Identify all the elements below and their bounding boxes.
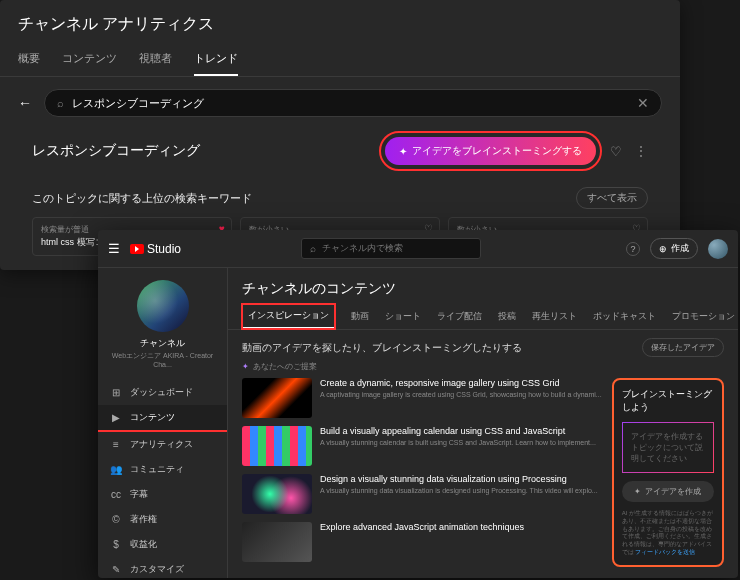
tab-podcasts[interactable]: ポッドキャスト [593,304,656,329]
dashboard-icon: ⊞ [110,387,122,398]
brainstorm-input[interactable]: アイデアを作成するトピックについて説明してください [622,422,714,473]
show-all-button[interactable]: すべて表示 [576,187,648,209]
idea-text: Build a visually appealing calendar usin… [320,426,596,466]
idea-title: Explore advanced JavaScript animation te… [320,522,524,533]
search-icon: ⌕ [310,243,316,254]
idea-item[interactable]: Explore advanced JavaScript animation te… [242,522,602,562]
content-icon: ▶ [110,412,122,423]
brainstorm-label: アイデアをブレインストーミングする [412,144,582,158]
sidebar-item-analytics[interactable]: ≡アナリティクス [98,432,227,457]
idea-desc: A captivating image gallery is created u… [320,391,602,399]
sidebar-item-subtitles[interactable]: cc字幕 [98,482,227,507]
brainstorm-panel-title: ブレインストーミングしよう [622,388,714,414]
studio-panel: ☰ Studio ⌕ チャンネル内で検索 ? ⊕ 作成 チャンネル Webエンジ… [98,230,738,578]
idea-desc: A visually stunning data visualization i… [320,487,598,495]
feedback-link[interactable]: フィードバックを送信 [635,549,695,555]
keywords-title: このトピックに関する上位の検索キーワード [32,191,252,206]
avatar[interactable] [708,239,728,259]
tab-content[interactable]: コンテンツ [62,43,117,76]
idea-item[interactable]: Design a visually stunning data visualiz… [242,474,602,514]
ideas-list: Create a dynamic, responsive image galle… [242,378,602,567]
sidebar-item-copyright[interactable]: ©著作権 [98,507,227,532]
sidebar-item-community[interactable]: 👥コミュニティ [98,457,227,482]
studio-logo[interactable]: Studio [130,242,181,256]
more-icon[interactable]: ⋮ [634,143,648,159]
idea-text: Design a visually stunning data visualiz… [320,474,598,514]
brainstorm-highlight: ✦ アイデアをブレインストーミングする [383,135,598,167]
idea-item[interactable]: Build a visually appealing calendar usin… [242,426,602,466]
sidebar: チャンネル Webエンジニア AKIRA - Creator Cha... ⊞ダ… [98,268,228,578]
tab-posts[interactable]: 投稿 [498,304,516,329]
ideas-area: Create a dynamic, responsive image galle… [228,378,738,567]
tab-promotions[interactable]: プロモーション [672,304,735,329]
main-content: チャンネルのコンテンツ インスピレーション 動画 ショート ライブ配信 投稿 再… [228,268,738,578]
sidebar-item-content[interactable]: ▶コンテンツ [98,405,227,432]
keywords-header: このトピックに関する上位の検索キーワード すべて表示 [0,177,680,217]
back-icon[interactable]: ← [18,95,32,111]
clear-icon[interactable]: ✕ [637,95,649,111]
page-title: チャンネルのコンテンツ [228,268,738,304]
channel-sub: Webエンジニア AKIRA - Creator Cha... [104,351,221,368]
favorite-icon[interactable]: ♡ [610,144,622,159]
tab-videos[interactable]: 動画 [351,304,369,329]
analytics-icon: ≡ [110,439,122,450]
menu-icon[interactable]: ☰ [108,241,120,256]
inspiration-subtitle-row: 動画のアイデアを探したり、ブレインストーミングしたりする 保存したアイデア [228,330,738,359]
tab-shorts[interactable]: ショート [385,304,421,329]
subtitles-icon: cc [110,489,122,500]
header-right: ? ⊕ 作成 [626,238,728,259]
create-idea-label: アイデアを作成 [645,486,701,497]
community-icon: 👥 [110,464,122,475]
channel-name: チャンネル [140,337,185,350]
tab-overview[interactable]: 概要 [18,43,40,76]
analytics-title: チャンネル アナリティクス [0,0,680,43]
idea-thumbnail [242,522,312,562]
sidebar-item-label: 収益化 [130,538,157,551]
studio-search-input[interactable]: ⌕ チャンネル内で検索 [301,238,481,259]
tab-trends[interactable]: トレンド [194,43,238,76]
youtube-icon [130,244,144,254]
sidebar-item-customize[interactable]: ✎カスタマイズ [98,557,227,578]
idea-thumbnail [242,378,312,418]
sidebar-item-dashboard[interactable]: ⊞ダッシュボード [98,380,227,405]
logo-text: Studio [147,242,181,256]
sparkle-icon: ✦ [634,487,641,496]
ai-disclaimer: AI が生成する情報にはばらつきがあり、不正確または不適切な場合もあります。ご自… [622,510,714,557]
channel-avatar [137,280,189,332]
topic-row: レスポンシブコーディング ✦ アイデアをブレインストーミングする ♡ ⋮ [0,127,680,177]
search-icon: ⌕ [57,97,64,109]
search-input[interactable]: ⌕ レスポンシブコーディング ✕ [44,89,662,117]
help-icon[interactable]: ? [626,242,640,256]
tab-playlists[interactable]: 再生リスト [532,304,577,329]
monetization-icon: $ [110,539,122,550]
idea-item[interactable]: Create a dynamic, responsive image galle… [242,378,602,418]
search-row: ← ⌕ レスポンシブコーディング ✕ [0,77,680,127]
idea-text: Explore advanced JavaScript animation te… [320,522,524,562]
saved-ideas-button[interactable]: 保存したアイデア [642,338,724,357]
create-icon: ⊕ [659,244,667,254]
studio-body: チャンネル Webエンジニア AKIRA - Creator Cha... ⊞ダ… [98,268,738,578]
create-button[interactable]: ⊕ 作成 [650,238,698,259]
tab-audience[interactable]: 視聴者 [139,43,172,76]
suggestions-row: ✦ あなたへのご提案 [228,359,738,378]
brainstorm-button[interactable]: ✦ アイデアをブレインストーミングする [385,137,596,165]
sidebar-item-label: 字幕 [130,488,148,501]
brainstorm-panel: ブレインストーミングしよう アイデアを作成するトピックについて説明してください … [612,378,724,567]
sparkle-icon: ✦ [399,146,407,157]
inspiration-subtitle: 動画のアイデアを探したり、ブレインストーミングしたりする [242,341,522,355]
tab-inspiration[interactable]: インスピレーション [242,304,335,329]
sparkle-icon: ✦ [242,362,249,371]
tab-live[interactable]: ライブ配信 [437,304,482,329]
studio-header: ☰ Studio ⌕ チャンネル内で検索 ? ⊕ 作成 [98,230,738,268]
channel-block[interactable]: チャンネル Webエンジニア AKIRA - Creator Cha... [98,268,227,376]
content-tabs: インスピレーション 動画 ショート ライブ配信 投稿 再生リスト ポッドキャスト… [228,304,738,330]
sidebar-item-label: アナリティクス [130,438,193,451]
sidebar-item-label: ダッシュボード [130,386,193,399]
idea-thumbnail [242,426,312,466]
create-idea-button[interactable]: ✦ アイデアを作成 [622,481,714,502]
sidebar-item-monetization[interactable]: $収益化 [98,532,227,557]
copyright-icon: © [110,514,122,525]
sidebar-item-label: コンテンツ [130,411,175,424]
sidebar-item-label: コミュニティ [130,463,184,476]
idea-title: Build a visually appealing calendar usin… [320,426,596,437]
